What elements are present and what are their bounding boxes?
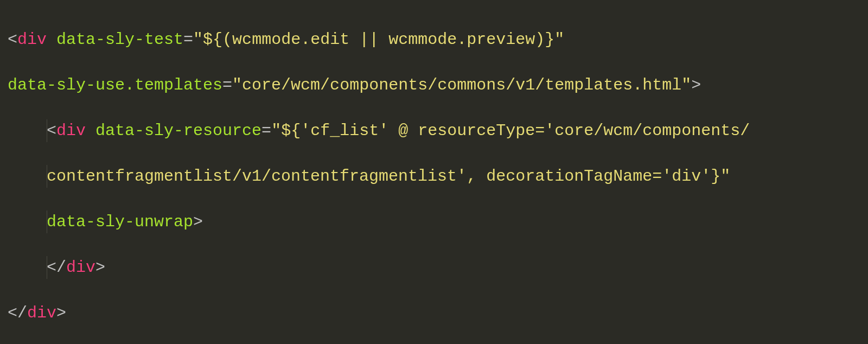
equals: = xyxy=(222,76,232,94)
code-line: contentfragmentlist/v1/contentfragmentli… xyxy=(8,165,860,188)
tag-div: div xyxy=(27,304,56,322)
punct-close: > xyxy=(193,213,203,231)
punct-open: < xyxy=(47,122,56,140)
punct-close: > xyxy=(95,258,105,277)
tag-div: div xyxy=(66,258,95,277)
equals: = xyxy=(261,122,271,140)
tag-div: div xyxy=(17,30,47,49)
equals: = xyxy=(183,30,193,49)
punct-open: < xyxy=(8,30,17,49)
attr-value: "${'cf_list' @ resourceType='core/wcm/co… xyxy=(271,122,750,140)
code-line: </div> xyxy=(8,256,860,279)
attr-value: "${(wcmmode.edit || wcmmode.preview)}" xyxy=(193,30,564,49)
code-editor[interactable]: <div data-sly-test="${(wcmmode.edit || w… xyxy=(0,0,868,344)
space xyxy=(47,30,56,49)
punct-close: > xyxy=(56,304,66,322)
code-line: <div data-sly-test="${(wcmmode.edit || w… xyxy=(8,28,860,51)
punct-open: </ xyxy=(47,258,66,277)
code-line: </div> xyxy=(8,302,860,324)
attr-value: contentfragmentlist/v1/contentfragmentli… xyxy=(47,167,730,186)
tag-div: div xyxy=(56,122,86,140)
code-line: <div data-sly-resource="${'cf_list' @ re… xyxy=(8,119,860,142)
space xyxy=(86,122,95,140)
attr-value: "core/wcm/components/commons/v1/template… xyxy=(232,76,691,94)
attr-name: data-sly-test xyxy=(56,30,183,49)
code-line: data-sly-use.templates="core/wcm/compone… xyxy=(8,74,860,97)
attr-name: data-sly-resource xyxy=(95,122,261,140)
attr-name: data-sly-use.templates xyxy=(8,76,222,94)
code-line: data-sly-unwrap> xyxy=(8,211,860,233)
punct-open: </ xyxy=(8,304,27,322)
attr-name: data-sly-unwrap xyxy=(47,213,193,231)
punct-close: > xyxy=(691,76,701,94)
